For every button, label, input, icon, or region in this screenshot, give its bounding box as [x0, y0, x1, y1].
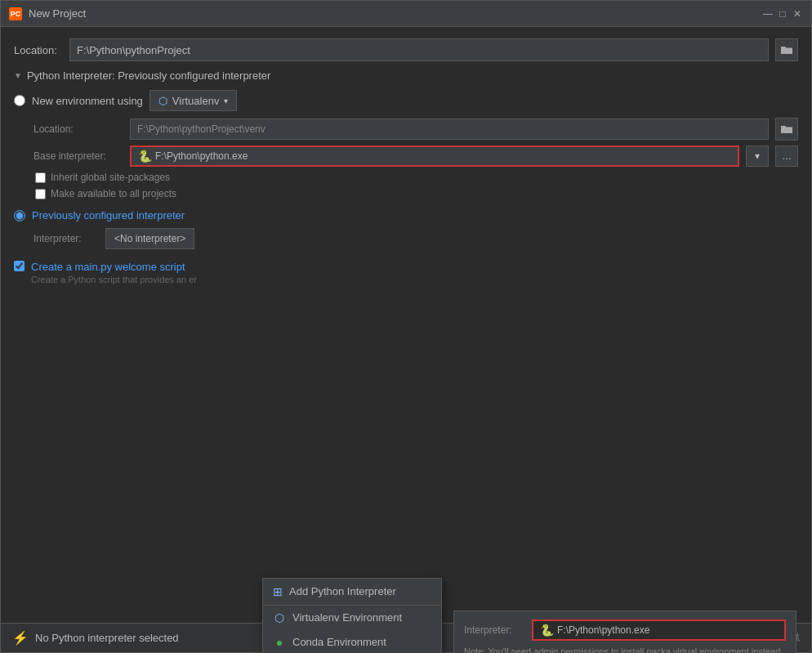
base-interp-value: F:\Python\python.exe — [155, 150, 248, 162]
prev-configured-radio[interactable] — [14, 210, 25, 221]
overlay-container: ⊞ Add Python Interpreter ⬡ Virtualenv En… — [1, 337, 811, 624]
base-interp-dropdown-button[interactable]: ▾ — [746, 145, 769, 167]
chevron-down-icon: ▾ — [224, 96, 228, 105]
venv-location-row: Location: — [33, 118, 798, 141]
no-interpreter-button[interactable]: <No interpreter> — [105, 228, 194, 249]
venv-location-label: Location: — [33, 123, 123, 135]
prev-configured-row: Previously configured interpreter — [14, 209, 798, 221]
watermark: CSDN @咖喱年糕 — [720, 631, 800, 645]
bottom-status-text: No Python interpreter selected — [35, 632, 179, 644]
inherit-checkbox[interactable] — [35, 172, 46, 183]
venv-location-input[interactable] — [130, 119, 769, 140]
location-row: Location: — [14, 38, 798, 61]
interp-select-row: Interpreter: <No interpreter> — [33, 228, 798, 249]
titlebar: PC New Project — □ ✕ — [1, 1, 811, 27]
base-interp-row: Base interpreter: 🐍 F:\Python\python.exe… — [33, 145, 798, 167]
prev-configured-label: Previously configured interpreter — [32, 209, 185, 221]
virtualenv-env-item[interactable]: ⬡ Virtualenv Environment — [263, 606, 441, 630]
app-icon: PC — [9, 7, 22, 20]
venv-folder-button[interactable] — [775, 118, 798, 141]
location-input[interactable] — [69, 38, 769, 61]
available-checkbox-row: Make available to all projects — [35, 188, 798, 199]
inherit-checkbox-row: Inherit global site-packages — [35, 172, 798, 183]
env-type-label: Virtualenv — [172, 95, 220, 107]
chevron-down-icon: ▼ — [14, 71, 22, 80]
new-project-window: PC New Project — □ ✕ Location: ▼ Python … — [0, 0, 812, 653]
venv-folder-icon — [781, 124, 792, 134]
add-icon: ⊞ — [273, 585, 283, 598]
section-header[interactable]: ▼ Python Interpreter: Previously configu… — [14, 69, 798, 82]
new-env-sub-form: Location: Base interpreter: 🐍 F:\Python\… — [33, 118, 798, 199]
location-folder-button[interactable] — [775, 38, 798, 61]
python-icon: 🐍 — [138, 150, 152, 163]
create-main-row: Create a main.py welcome script Create a… — [14, 261, 798, 284]
maximize-button[interactable]: □ — [777, 8, 788, 20]
conda-env-item[interactable]: ● Conda Environment — [263, 630, 441, 654]
base-interp-label: Base interpreter: — [33, 150, 123, 162]
interpreter-section: New environment using ⬡ Virtualenv ▾ Loc… — [14, 90, 798, 284]
conda-env-label: Conda Environment — [292, 636, 386, 648]
add-interpreter-dropdown: ⊞ Add Python Interpreter ⬡ Virtualenv En… — [262, 578, 442, 654]
create-main-sublabel: Create a Python script that provides an … — [31, 275, 197, 284]
dropdown-header-label: Add Python Interpreter — [289, 585, 396, 597]
warning-icon: ⚡ — [12, 630, 29, 646]
create-main-label: Create a main.py welcome script — [31, 261, 197, 273]
window-controls: — □ ✕ — [762, 8, 803, 20]
no-interp-label: <No interpreter> — [114, 233, 185, 244]
close-button[interactable]: ✕ — [792, 8, 803, 20]
minimize-button[interactable]: — — [762, 8, 774, 20]
create-main-checkbox[interactable] — [14, 261, 25, 271]
virtualenv-env-icon: ⬡ — [273, 611, 286, 624]
new-env-label: New environment using — [32, 95, 143, 107]
virtualenv-icon: ⬡ — [158, 95, 167, 107]
new-env-radio[interactable] — [14, 95, 25, 106]
interp-label: Interpreter: — [33, 233, 99, 244]
virtualenv-env-label: Virtualenv Environment — [292, 611, 402, 624]
inherit-label: Inherit global site-packages — [51, 172, 170, 183]
create-main-text: Create a main.py welcome script Create a… — [31, 261, 197, 284]
dropdown-header: ⊞ Add Python Interpreter — [263, 579, 441, 606]
main-content: Location: ▼ Python Interpreter: Previous… — [1, 27, 811, 337]
conda-env-icon: ● — [273, 636, 286, 649]
available-label: Make available to all projects — [51, 188, 176, 199]
new-env-row: New environment using ⬡ Virtualenv ▾ — [14, 90, 798, 111]
folder-icon — [781, 45, 792, 55]
env-type-dropdown[interactable]: ⬡ Virtualenv ▾ — [149, 90, 238, 111]
location-label: Location: — [14, 44, 63, 56]
base-interp-more-button[interactable]: … — [775, 145, 798, 167]
section-title: Python Interpreter: Previously configure… — [27, 69, 270, 82]
window-title: New Project — [29, 7, 756, 20]
available-checkbox[interactable] — [35, 189, 46, 199]
